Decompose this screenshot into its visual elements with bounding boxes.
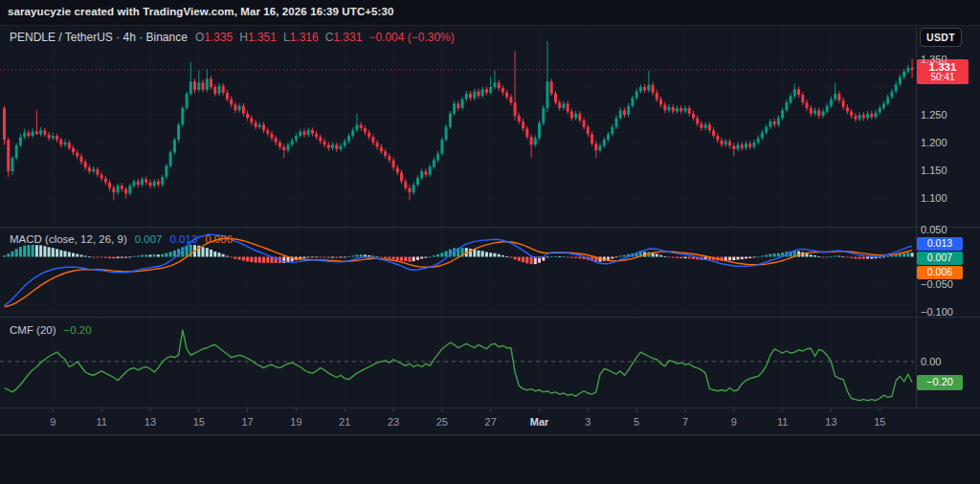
low-label: L	[283, 31, 290, 44]
high-label: H	[239, 31, 248, 44]
macd-signal-badge: 0.006	[917, 266, 963, 279]
price-axis-label: 1.250	[921, 109, 947, 121]
macd-hist-badge: 0.007	[917, 252, 963, 265]
cmf-legend[interactable]: CMF (20) −0.20	[10, 324, 92, 336]
time-axis-label: 9	[731, 416, 737, 428]
bar-countdown: 50:41	[930, 73, 954, 83]
macd-axis-label: −0.100	[921, 306, 953, 318]
time-axis-label: 15	[874, 416, 885, 428]
time-axis-label: 11	[777, 416, 788, 428]
macd-line-badge: 0.013	[917, 237, 963, 251]
open-label: O	[195, 31, 204, 44]
close-value: 1.331	[333, 31, 362, 44]
cmf-axis-label: 0.00	[921, 356, 941, 367]
time-axis-label: 19	[290, 416, 301, 428]
low-value: 1.316	[290, 31, 319, 44]
time-axis-label: 13	[145, 416, 156, 428]
time-axis-label: Mar	[530, 416, 549, 428]
change-value: −0.004 (−0.30%)	[368, 31, 454, 44]
price-axis-label: 1.200	[921, 137, 947, 148]
time-axis-label: 13	[825, 416, 836, 428]
symbol-legend[interactable]: PENDLE / TetherUS · 4h · Binance O1.335 …	[10, 31, 455, 44]
time-axis-label: 27	[485, 416, 497, 428]
time-axis-label: 5	[634, 416, 639, 428]
time-axis-label: 15	[193, 416, 205, 428]
ohlc-values: O1.335 H1.351 L1.316 C1.331 −0.004 (−0.3…	[195, 31, 455, 44]
currency-toggle-button[interactable]: USDT	[920, 28, 962, 47]
open-value: 1.335	[204, 31, 233, 44]
symbol-title[interactable]: PENDLE / TetherUS · 4h · Binance	[10, 31, 188, 44]
macd-line-value: 0.013	[170, 233, 198, 245]
time-axis-label: 23	[388, 416, 399, 428]
time-axis-label: 3	[585, 416, 590, 428]
price-axis-label: 1.100	[921, 192, 947, 204]
cmf-value: −0.20	[64, 324, 92, 336]
price-axis-label: 1.150	[921, 165, 947, 176]
time-axis-label: 25	[436, 416, 448, 428]
footer-bar: TradingView	[0, 435, 980, 484]
time-axis-label: 21	[339, 416, 350, 428]
macd-hist-value: 0.007	[135, 233, 163, 245]
time-axis-label: 7	[682, 416, 688, 428]
high-value: 1.351	[248, 31, 277, 44]
time-axis-label: 17	[241, 416, 253, 428]
macd-title[interactable]: MACD (close, 12, 26, 9)	[10, 233, 127, 245]
macd-axis-label: −0.050	[921, 278, 953, 290]
cmf-title[interactable]: CMF (20)	[10, 324, 56, 336]
macd-axis-label: 0.050	[921, 224, 947, 235]
time-axis-label: 11	[96, 416, 106, 428]
time-axis-label: 9	[50, 416, 56, 428]
attribution-bar: sarayucyzie created with TradingView.com…	[0, 0, 980, 26]
macd-legend[interactable]: MACD (close, 12, 26, 9) 0.007 0.013 0.00…	[10, 233, 233, 245]
cmf-value-badge: −0.20	[917, 375, 963, 390]
macd-signal-value: 0.006	[205, 233, 233, 245]
price-axis-label: 1.350	[921, 54, 947, 65]
attribution-text: sarayucyzie created with TradingView.com…	[8, 6, 394, 17]
